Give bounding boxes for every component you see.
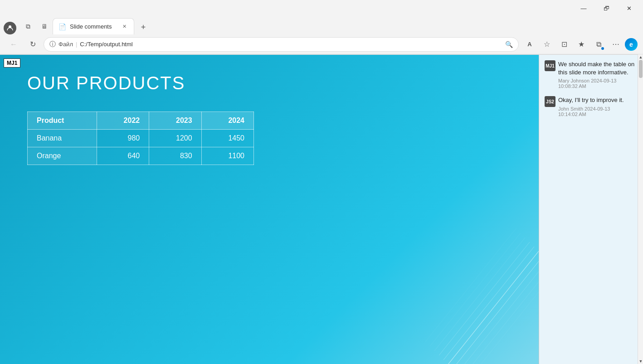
table-cell-banana-name: Banana	[28, 130, 97, 147]
svg-line-4	[439, 242, 530, 355]
collections-badge	[600, 46, 605, 51]
minimize-button[interactable]: —	[573, 0, 594, 16]
slide-title: OUR PRODUCTS	[27, 73, 511, 93]
toolbar: ← ↻ ⓘ Файл | C:/Temp/output.html 🔍 A ☆ ⊡…	[0, 34, 643, 54]
new-tab-button[interactable]: +	[136, 20, 151, 34]
tab-collections-button[interactable]: ⧉	[20, 18, 36, 34]
comment-date: 2024-09-13	[591, 78, 616, 83]
table-header-2024: 2024	[201, 112, 253, 130]
svg-line-7	[462, 265, 539, 364]
table-cell-banana-2022: 980	[97, 130, 149, 147]
comment-header: JS2 Okay, I'll try to improve it. John S…	[545, 96, 638, 116]
profile-icon[interactable]	[4, 22, 16, 34]
back-button[interactable]: ←	[5, 36, 22, 53]
slide-content: OUR PRODUCTS Product 2022 2023 2024 Bana…	[0, 55, 539, 183]
favorites-button[interactable]: ☆	[539, 36, 555, 53]
comment-text: We should make the table on this slide m…	[558, 60, 638, 77]
comment-author: Mary Johnson	[558, 78, 589, 83]
title-bar: — 🗗 ✕	[0, 0, 643, 16]
comment-date: 2024-09-13	[585, 106, 610, 112]
browser-chrome: — 🗗 ✕ ⧉ 🖥 📄 Slide comments ✕ + ← ↻ ⓘ Фай…	[0, 0, 643, 55]
table-header-product: Product	[28, 112, 97, 130]
tab-icon: 📄	[58, 23, 66, 30]
comment-time: 10:08:32 AM	[558, 83, 586, 89]
comment-header: MJ1 We should make the table on this sli…	[545, 60, 638, 89]
address-separator: |	[76, 41, 77, 48]
table-cell-banana-2023: 1200	[149, 130, 201, 147]
address-search-icon: 🔍	[505, 41, 513, 48]
comment-time: 10:14:02 AM	[558, 112, 586, 117]
comments-panel: MJ1 We should make the table on this sli…	[539, 55, 643, 364]
restore-button[interactable]: 🗗	[596, 0, 617, 16]
browser-tab[interactable]: 📄 Slide comments ✕	[53, 18, 134, 34]
comment-item: MJ1 We should make the table on this sli…	[545, 60, 638, 89]
table-row: Orange 640 830 1100	[28, 147, 254, 165]
tab-bar: ⧉ 🖥 📄 Slide comments ✕ +	[0, 16, 643, 34]
collections-button[interactable]: ⧉	[590, 36, 607, 53]
comment-author: John Smith	[558, 106, 583, 112]
toolbar-right: A ☆ ⊡ ★ ⧉ ⋯ e	[521, 36, 638, 53]
decoration-lines	[403, 206, 539, 364]
comment-body: We should make the table on this slide m…	[558, 60, 638, 89]
table-cell-orange-2023: 830	[149, 147, 201, 165]
scrollbar-thumb[interactable]	[639, 60, 643, 78]
edge-icon[interactable]: e	[625, 38, 638, 51]
svg-line-2	[453, 256, 539, 364]
table-header-2023: 2023	[149, 112, 201, 130]
table-cell-orange-2024: 1100	[201, 147, 253, 165]
table-cell-orange-2022: 640	[97, 147, 149, 165]
comment-text: Okay, I'll try to improve it.	[558, 96, 638, 104]
svg-line-9	[466, 269, 539, 364]
main-area: MJ1 OUR PRODUCTS Product 2022 2023 2024 …	[0, 55, 643, 364]
split-screen-button[interactable]: ⊡	[556, 36, 572, 53]
table-row: Banana 980 1200 1450	[28, 130, 254, 147]
slide-area: MJ1 OUR PRODUCTS Product 2022 2023 2024 …	[0, 55, 539, 364]
address-prefix: Файл	[58, 41, 73, 48]
table-header-2022: 2022	[97, 112, 149, 130]
tab-monitor-button[interactable]: 🖥	[36, 18, 53, 34]
svg-line-1	[448, 251, 539, 364]
address-info-icon: ⓘ	[49, 40, 56, 49]
comment-item: JS2 Okay, I'll try to improve it. John S…	[545, 96, 638, 116]
svg-line-6	[434, 238, 525, 351]
slide-badge: MJ1	[4, 58, 20, 68]
svg-line-8	[430, 233, 521, 346]
address-bar[interactable]: ⓘ Файл | C:/Temp/output.html 🔍	[44, 37, 519, 52]
favorites-list-button[interactable]: ★	[573, 36, 589, 53]
more-button[interactable]: ⋯	[608, 36, 624, 53]
scrollbar: ▲ ▼	[638, 54, 643, 364]
address-url: C:/Temp/output.html	[80, 41, 502, 48]
svg-line-3	[443, 247, 534, 360]
comment-avatar-js2: JS2	[545, 96, 555, 107]
comment-body: Okay, I'll try to improve it. John Smith…	[558, 96, 638, 116]
table-cell-orange-name: Orange	[28, 147, 97, 165]
read-aloud-button[interactable]: A	[521, 36, 538, 53]
tab-label: Slide comments	[70, 23, 117, 30]
comment-meta: John Smith 2024-09-13 10:14:02 AM	[558, 106, 638, 117]
table-cell-banana-2024: 1450	[201, 130, 253, 147]
table-header-row: Product 2022 2023 2024	[28, 112, 254, 130]
refresh-button[interactable]: ↻	[24, 36, 41, 53]
comment-avatar-mj1: MJ1	[545, 60, 555, 71]
close-button[interactable]: ✕	[619, 0, 639, 16]
comment-meta: Mary Johnson 2024-09-13 10:08:32 AM	[558, 78, 638, 89]
tab-close-button[interactable]: ✕	[120, 23, 128, 31]
svg-line-10	[425, 228, 516, 342]
product-table: Product 2022 2023 2024 Banana 980 1200 1…	[27, 112, 254, 165]
scrollbar-up-arrow[interactable]: ▲	[638, 54, 643, 60]
scrollbar-down-arrow[interactable]: ▼	[638, 359, 643, 364]
